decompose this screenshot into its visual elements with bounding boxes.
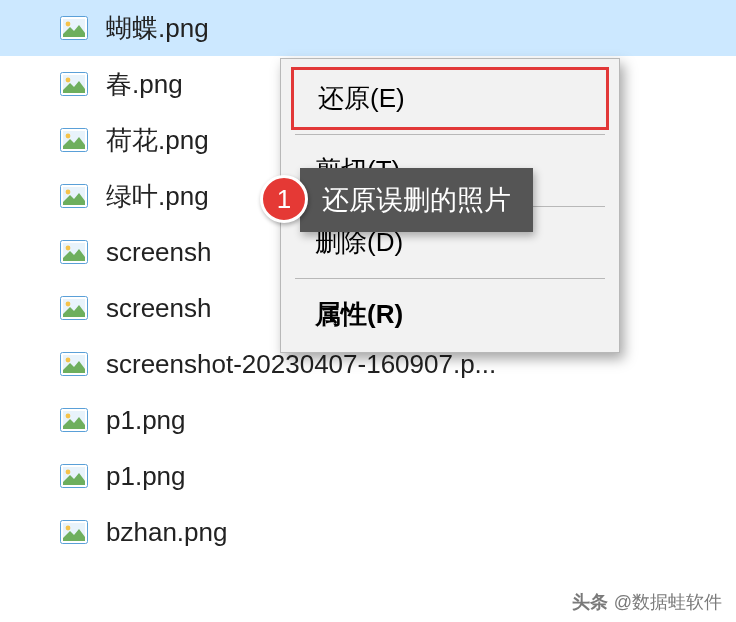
svg-point-8 [66,134,71,139]
file-name: screensh [106,237,212,268]
file-name: screensh [106,293,212,324]
image-file-icon [60,128,88,152]
menu-separator [295,134,605,135]
image-file-icon [60,16,88,40]
step-badge: 1 [260,175,308,223]
watermark: 头条 @数据蛙软件 [572,590,722,614]
image-file-icon [60,520,88,544]
menu-separator [295,278,605,279]
svg-point-17 [66,302,71,307]
svg-point-20 [66,358,71,363]
svg-point-11 [66,190,71,195]
file-name: 荷花.png [106,123,209,158]
svg-point-26 [66,470,71,475]
watermark-prefix: 头条 [572,590,608,614]
image-file-icon [60,240,88,264]
file-name: bzhan.png [106,517,227,548]
file-name: p1.png [106,461,186,492]
file-name: p1.png [106,405,186,436]
file-item[interactable]: 蝴蝶.png [0,0,736,56]
file-item[interactable]: p1.png [0,392,736,448]
file-name: 春.png [106,67,183,102]
annotation-tooltip: 还原误删的照片 [300,168,533,232]
menu-properties[interactable]: 属性(R) [285,283,615,346]
file-item[interactable]: bzhan.png [0,504,736,560]
file-name: 绿叶.png [106,179,209,214]
svg-point-14 [66,246,71,251]
watermark-author: @数据蛙软件 [614,590,722,614]
image-file-icon [60,296,88,320]
image-file-icon [60,464,88,488]
file-item[interactable]: p1.png [0,448,736,504]
svg-point-23 [66,414,71,419]
image-file-icon [60,408,88,432]
file-name: screenshot-20230407-160907.p... [106,349,496,380]
image-file-icon [60,72,88,96]
badge-number: 1 [277,184,291,215]
image-file-icon [60,352,88,376]
image-file-icon [60,184,88,208]
svg-point-2 [66,22,71,27]
file-name: 蝴蝶.png [106,11,209,46]
svg-point-5 [66,78,71,83]
menu-restore[interactable]: 还原(E) [291,67,609,130]
svg-point-29 [66,526,71,531]
tooltip-text: 还原误删的照片 [322,182,511,218]
